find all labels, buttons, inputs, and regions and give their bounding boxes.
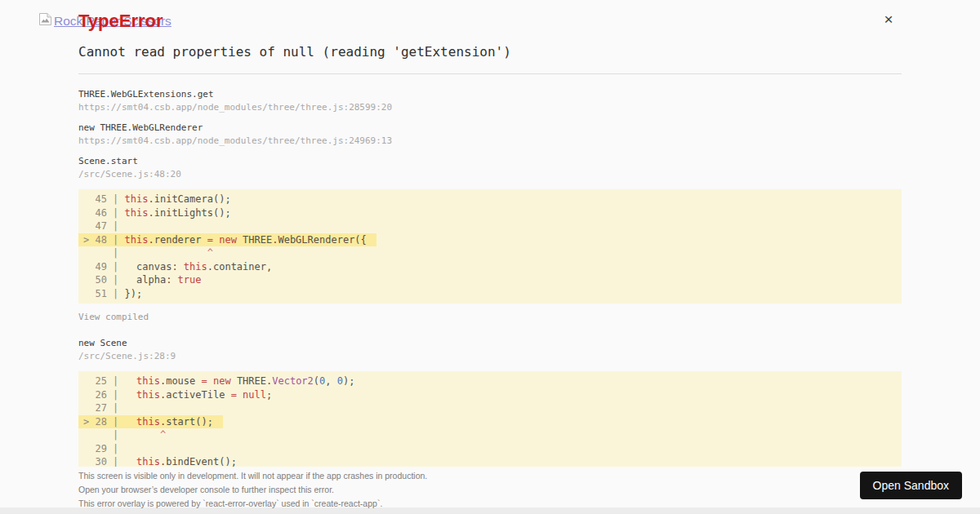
footer-line-development: This screen is visible only in developme… <box>78 469 902 483</box>
code-token: = <box>207 234 219 246</box>
code-token <box>125 456 136 467</box>
error-message: Cannot read properties of null (reading … <box>78 44 902 60</box>
code-token: ( <box>314 375 319 387</box>
broken-image-icon <box>38 12 52 29</box>
code-line: 51 | }); <box>78 287 902 301</box>
code-line: 50 | alpha: true <box>78 273 902 287</box>
code-token: this <box>125 234 149 246</box>
frame-location: /src/Scene.js:48:20 <box>78 168 902 180</box>
code-line-content: > 28 | this.start(); <box>78 415 223 429</box>
code-token: Vector2 <box>272 375 314 387</box>
code-frame: 25 | this.mouse = new THREE.Vector2(0, 0… <box>78 371 902 472</box>
code-token: true <box>178 274 202 286</box>
code-token: this <box>125 207 149 219</box>
stack-frame: new THREE.WebGLRendererhttps://smt04.csb… <box>78 122 902 147</box>
code-token: .start(); <box>160 416 213 428</box>
code-line: 29 | <box>78 442 902 456</box>
code-token: ^ <box>125 429 167 441</box>
code-token <box>125 375 136 387</box>
code-token: this <box>184 261 207 273</box>
code-line-content: 25 | this.mouse = new THREE.Vector2(0, 0… <box>83 374 354 388</box>
line-number: 45 | <box>83 193 125 205</box>
code-token: this <box>136 456 160 467</box>
code-token: 0 <box>337 375 343 387</box>
code-line-highlighted: > 28 | this.start(); <box>78 415 902 429</box>
line-number: 27 | <box>83 402 125 414</box>
code-token: new <box>213 375 237 387</box>
line-number: 30 | <box>83 456 125 467</box>
line-number: 46 | <box>83 207 125 219</box>
line-number: > 48 | <box>83 234 125 246</box>
code-token: null <box>243 389 266 401</box>
code-token: }); <box>125 288 143 299</box>
footer-line-console: Open your browser’s developer console to… <box>78 483 902 497</box>
code-token: .renderer <box>148 234 207 246</box>
line-number: 49 | <box>83 261 125 273</box>
code-line-content: 46 | this.initLights(); <box>83 206 231 220</box>
code-line-content: 27 | <box>83 401 125 415</box>
footer-line-powered-by: This error overlay is powered by `react-… <box>78 497 902 511</box>
code-token: new <box>219 234 243 246</box>
code-token: .container, <box>207 261 272 273</box>
stack-frame: THREE.WebGLExtensions.gethttps://smt04.c… <box>78 88 902 113</box>
code-token <box>125 389 136 401</box>
code-line-content: > 48 | this.renderer = new THREE.WebGLRe… <box>78 233 376 247</box>
code-line-content: 45 | this.initCamera(); <box>83 193 231 206</box>
code-token: ; <box>266 389 272 401</box>
code-line: 27 | <box>78 401 902 415</box>
frame-location: https://smt04.csb.app/node_modules/three… <box>78 135 902 147</box>
code-frame: 45 | this.initCamera(); 46 | this.initLi… <box>78 189 902 304</box>
code-token: this <box>136 375 160 387</box>
line-number: | <box>83 429 125 441</box>
stack-trace: THREE.WebGLExtensions.gethttps://smt04.c… <box>78 88 902 472</box>
code-token: .bindEvent(); <box>160 456 237 467</box>
code-token: ); <box>343 375 354 387</box>
line-number: 26 | <box>83 389 125 401</box>
stack-frame: new Scene/src/Scene.js:28:9 <box>78 337 902 362</box>
line-number: 25 | <box>83 375 125 387</box>
code-token: this <box>136 389 160 401</box>
frame-function: new THREE.WebGLRenderer <box>78 122 902 134</box>
frame-function: new Scene <box>78 337 902 349</box>
error-overlay: Rock Paper Scissors × TypeError Cannot r… <box>0 0 980 514</box>
footer: This screen is visible only in developme… <box>0 467 980 507</box>
code-line-content: 26 | this.activeTile = null; <box>83 388 272 402</box>
code-token: THREE. <box>237 375 272 387</box>
open-sandbox-button[interactable]: Open Sandbox <box>860 472 962 499</box>
frame-function: THREE.WebGLExtensions.get <box>78 88 902 100</box>
code-line: 47 | <box>78 219 902 233</box>
code-token: = <box>231 389 243 401</box>
code-line-content: | ^ <box>83 428 166 442</box>
code-token: ^ <box>125 247 213 259</box>
line-number: > 28 | <box>83 416 125 428</box>
code-line-content: 49 | canvas: this.container, <box>83 260 272 274</box>
close-icon[interactable]: × <box>879 10 898 29</box>
code-line-content: 51 | }); <box>83 287 142 301</box>
line-number: | <box>83 247 125 259</box>
code-line: 46 | this.initLights(); <box>78 206 902 220</box>
frame-location: /src/Scene.js:28:9 <box>78 350 902 362</box>
code-line: 49 | canvas: this.container, <box>78 260 902 274</box>
caret-line: | ^ <box>78 246 902 260</box>
code-token: .mouse <box>160 375 202 387</box>
frame-location: https://smt04.csb.app/node_modules/three… <box>78 101 902 113</box>
code-line-content: 50 | alpha: true <box>83 273 202 287</box>
view-compiled-link[interactable]: View compiled <box>78 311 149 323</box>
frame-function: Scene.start <box>78 155 902 167</box>
line-number: 29 | <box>83 443 125 454</box>
code-line: 25 | this.mouse = new THREE.Vector2(0, 0… <box>78 374 902 388</box>
code-line: 26 | this.activeTile = null; <box>78 388 902 402</box>
code-token: THREE.WebGLRenderer({ <box>243 234 367 246</box>
error-title: TypeError <box>78 11 902 32</box>
line-number: 50 | <box>83 274 125 286</box>
code-token: = <box>202 375 213 387</box>
code-line-highlighted: > 48 | this.renderer = new THREE.WebGLRe… <box>78 233 902 247</box>
line-number: 51 | <box>83 288 125 299</box>
code-line-content: | ^ <box>83 246 213 260</box>
code-token: .activeTile <box>160 389 231 401</box>
error-content: TypeError Cannot read properties of null… <box>78 11 902 479</box>
code-token <box>125 416 136 428</box>
code-token: this <box>136 416 160 428</box>
code-token: canvas: <box>125 261 184 273</box>
code-line: 45 | this.initCamera(); <box>78 193 902 206</box>
